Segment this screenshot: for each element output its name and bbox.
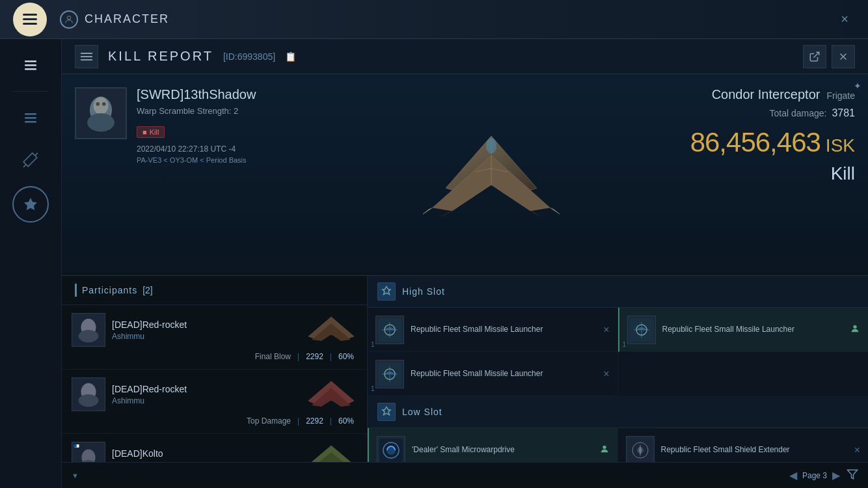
isk-row: 86,456,463 ISK	[690, 127, 855, 158]
item-name: Republic Fleet Small Missile Launcher	[411, 324, 597, 335]
svg-line-8	[814, 52, 819, 57]
ship-center	[322, 74, 660, 275]
participants-panel: Participants [2] [DEAD]Red-rocket	[62, 276, 368, 488]
kr-menu-button[interactable]	[75, 45, 98, 68]
sidebar-menu2-icon[interactable]	[14, 102, 47, 134]
low-slot-title: Low Slot	[402, 407, 442, 417]
top-close-button[interactable]: ×	[834, 9, 855, 30]
pilot-avatar	[75, 87, 127, 139]
kr-close-button[interactable]	[832, 45, 855, 68]
avatar	[72, 377, 105, 411]
kill-report-id: [ID:6993805]	[223, 51, 275, 62]
info-bar: [SWRD]13thShadow Warp Scramble Strength:…	[62, 74, 868, 276]
item-name: Republic Fleet Small Missile Launcher	[662, 324, 844, 335]
kill-report-header: KILL REPORT [ID:6993805] 📋	[62, 39, 868, 74]
svg-rect-5	[25, 117, 36, 119]
star-decoration: ✦	[854, 81, 861, 91]
slot-item: 1 Republic Fleet Small Missile Launcher …	[368, 308, 618, 352]
svg-point-15	[96, 102, 100, 106]
svg-rect-4	[25, 113, 36, 115]
participant-name: [DEAD]Red-rocket	[112, 319, 299, 330]
participants-count: [2]	[142, 285, 153, 295]
high-slot-title: High Slot	[402, 286, 445, 297]
page-label: Page 3	[802, 471, 827, 480]
participant-name: [DEAD]Red-rocket	[112, 384, 299, 394]
next-page-button[interactable]: ▶	[832, 469, 840, 481]
sidebar-menu-icon[interactable]	[14, 49, 47, 81]
stat-label: Top Damage	[247, 416, 291, 426]
kr-actions	[803, 45, 855, 68]
result-label: Kill	[831, 163, 855, 184]
participants-header: Participants [2]	[62, 276, 367, 305]
menu-circle-button[interactable]	[13, 3, 47, 36]
high-slot-icon	[377, 282, 396, 301]
app-title-section: CHARACTER	[60, 10, 169, 29]
svg-rect-1	[25, 61, 36, 62]
stat-percent: 60%	[338, 416, 354, 426]
svg-point-16	[102, 102, 106, 106]
participant-details: [DEAD]Red-rocket Ashimmu	[112, 319, 299, 341]
victim-info: [SWRD]13thShadow Warp Scramble Strength:…	[62, 74, 322, 275]
participant-stats: Top Damage | 2292 | 60%	[72, 416, 357, 426]
victim-ship-stats: ✦ Condor Interceptor Frigate Total damag…	[660, 74, 868, 275]
bottom-bar: ▼ ◀ Page 3 ▶	[62, 462, 868, 488]
stat-label: Final Blow	[255, 352, 291, 361]
pilot-info: [SWRD]13thShadow Warp Scramble Strength:…	[137, 87, 309, 164]
item-name: Republic Fleet Small Shield Extender	[661, 444, 848, 455]
low-slot-icon	[377, 403, 396, 421]
main-panel: KILL REPORT [ID:6993805] 📋	[62, 39, 868, 488]
participant-name: [DEAD]Kolto	[112, 448, 299, 459]
ship-name: Condor Interceptor	[712, 87, 821, 102]
high-slot-section: High Slot 1	[368, 276, 868, 396]
copy-icon[interactable]: 📋	[285, 51, 296, 62]
svg-point-21	[79, 330, 99, 342]
pilot-name: [SWRD]13thShadow	[137, 87, 309, 102]
fitting-panel: High Slot 1	[368, 276, 868, 488]
participant-stats: Final Blow | 2292 | 60%	[72, 352, 357, 361]
isk-label: ISK	[826, 135, 855, 156]
item-icon	[627, 316, 656, 344]
ship-class: Condor Interceptor Frigate	[712, 87, 855, 102]
participant-top: [DEAD]Red-rocket Ashimmu	[72, 377, 357, 411]
prev-page-button[interactable]: ◀	[789, 469, 797, 481]
total-damage-label: Total damage:	[769, 108, 826, 118]
kr-export-button[interactable]	[803, 45, 826, 68]
participants-accent	[75, 284, 77, 297]
svg-point-14	[87, 113, 115, 132]
total-damage-row: Total damage: 3781	[769, 107, 855, 119]
list-item: [DEAD]Red-rocket Ashimmu Top Damage |	[62, 370, 367, 434]
svg-marker-7	[24, 198, 37, 210]
close-icon[interactable]: ×	[603, 368, 609, 380]
svg-rect-2	[25, 64, 36, 66]
sidebar-combat-icon[interactable]	[14, 144, 47, 176]
participant-ship: Ashimmu	[112, 332, 299, 341]
total-damage-value: 3781	[832, 107, 855, 119]
high-slot-header: High Slot	[368, 276, 868, 308]
close-icon[interactable]: ×	[603, 324, 609, 336]
stat-damage: 2292	[306, 352, 323, 361]
sidebar-divider-1	[12, 91, 49, 92]
ship-thumbnail	[305, 314, 357, 346]
top-bar: CHARACTER ×	[0, 0, 868, 39]
close-icon[interactable]: ×	[854, 444, 860, 456]
scroll-hint: ▼	[72, 472, 79, 480]
svg-rect-6	[25, 121, 36, 123]
person-icon	[850, 323, 860, 336]
avatar	[72, 313, 105, 347]
kill-location: PA-VE3 < OY3-OM < Period Basis	[137, 156, 309, 164]
svg-point-44	[603, 445, 606, 448]
kill-badge: ■ Kill	[137, 126, 165, 138]
participant-details: [DEAD]Red-rocket Ashimmu	[112, 384, 299, 405]
svg-point-13	[94, 97, 109, 115]
ship-image	[400, 110, 582, 240]
list-item: [DEAD]Red-rocket Ashimmu Final Blow |	[62, 305, 367, 370]
kill-date: 2022/04/10 22:27:18 UTC -4	[137, 144, 309, 154]
filter-button[interactable]	[847, 468, 858, 483]
participant-top: [DEAD]Red-rocket Ashimmu	[72, 313, 357, 347]
character-icon	[60, 10, 78, 29]
item-icon	[377, 436, 405, 465]
sidebar-star-icon[interactable]	[12, 186, 49, 223]
app-title: CHARACTER	[85, 12, 169, 26]
high-slot-items: 1 Republic Fleet Small Missile Launcher …	[368, 308, 868, 396]
bottom-section: Participants [2] [DEAD]Red-rocket	[62, 276, 868, 488]
